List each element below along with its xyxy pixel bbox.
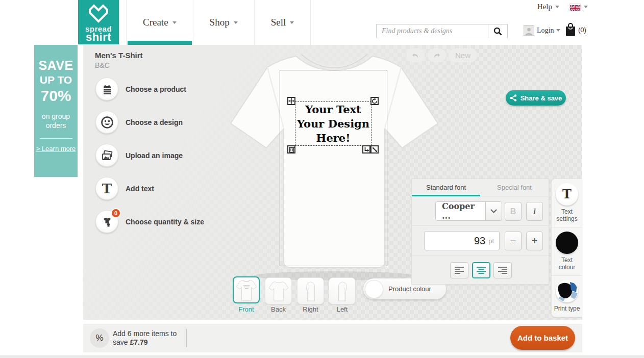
step-choose-design[interactable]: Choose a design	[95, 111, 183, 134]
chevron-down-icon	[556, 29, 560, 32]
view-thumb-left[interactable]	[329, 277, 356, 304]
top-header: spread shirt Create Shop Sell Help	[0, 0, 644, 45]
view-label-left[interactable]: Left	[329, 305, 356, 313]
new-design-button[interactable]: New	[449, 48, 477, 62]
product-stack-icon	[101, 83, 113, 95]
nav-item-sell[interactable]: Sell	[255, 0, 311, 45]
step-choose-product[interactable]: Choose a product	[95, 78, 186, 100]
tee-left-icon	[333, 281, 352, 301]
login-label: Login	[537, 27, 554, 35]
design-text-line1[interactable]: Your Text	[305, 103, 361, 117]
help-menu[interactable]: Help	[537, 3, 552, 11]
learn-more-link[interactable]: > Learn more	[36, 145, 76, 152]
move-handle[interactable]	[287, 97, 295, 105]
increase-size-button[interactable]: +	[526, 232, 543, 250]
share-save-button[interactable]: Share & save	[506, 90, 566, 106]
text-settings-panel: Standard font Special font Cooper ... B …	[411, 178, 549, 285]
resize-handle[interactable]	[370, 145, 379, 154]
login-menu[interactable]: Login	[524, 25, 560, 36]
decrease-size-button[interactable]: −	[505, 232, 522, 250]
view-thumb-front[interactable]	[233, 276, 260, 303]
promo-divider	[40, 138, 72, 139]
basket-menu[interactable]: (0)	[564, 22, 586, 37]
spreadshirt-logo[interactable]: spread shirt	[78, 0, 119, 44]
print-type-icon	[556, 280, 578, 302]
product-colour-label: Product colour	[388, 285, 431, 293]
promo-small: on grouporders	[34, 112, 78, 130]
align-center-button[interactable]	[472, 262, 490, 278]
chevron-down-icon	[290, 21, 294, 24]
text-settings-icon: T	[562, 188, 572, 200]
tab-standard-font[interactable]: Standard font	[412, 179, 480, 196]
font-size-input[interactable]	[434, 235, 485, 247]
italic-button[interactable]: I	[526, 202, 543, 221]
size-row: pt − +	[412, 226, 549, 255]
align-left-icon	[455, 267, 464, 274]
font-size-unit: pt	[488, 237, 494, 245]
font-row: Cooper ... B I	[412, 196, 549, 226]
product-title: Men's T-Shirt	[95, 51, 143, 60]
tshirts-icon	[101, 215, 114, 228]
step-choose-quantity-size[interactable]: 0 Choose quantity & size	[95, 210, 204, 233]
image-upload-icon	[101, 149, 113, 162]
align-right-icon	[498, 267, 507, 274]
align-left-button[interactable]	[450, 262, 468, 278]
page-bottom-edge	[0, 355, 644, 358]
font-tabs: Standard font Special font	[412, 179, 549, 196]
tee-front-icon	[235, 279, 258, 301]
step-upload-image[interactable]: Upload an image	[95, 144, 183, 167]
add-to-basket-button[interactable]: Add to basket	[510, 326, 575, 350]
nav-item-create[interactable]: Create	[126, 0, 193, 45]
diagonal-resize-icon	[372, 147, 378, 152]
font-select-chevron[interactable]	[485, 202, 502, 220]
view-thumb-back[interactable]	[265, 277, 292, 304]
shopping-bag-icon	[564, 22, 577, 37]
settings-rail: T Text settings Text colour Print type	[551, 178, 582, 317]
font-family-select[interactable]: Cooper ...	[435, 201, 502, 221]
rail-print-type[interactable]: Print type	[552, 276, 582, 317]
view-label-front[interactable]: Front	[233, 305, 260, 313]
share-icon	[510, 94, 517, 101]
align-right-button[interactable]	[493, 262, 512, 278]
font-family-value: Cooper ...	[436, 202, 485, 220]
promo-save: SAVE	[34, 58, 78, 73]
step-add-text[interactable]: T Add text	[95, 177, 154, 200]
user-avatar-icon	[524, 25, 534, 36]
rail-text-colour[interactable]: Text colour	[552, 227, 582, 276]
search-input[interactable]	[377, 24, 488, 38]
main-nav: Create Shop Sell	[126, 0, 311, 45]
percent-icon: %	[90, 328, 109, 348]
font-size-field[interactable]: pt	[424, 231, 500, 250]
logo-text-shirt: shirt	[78, 32, 119, 42]
nav-sell-label: Sell	[271, 17, 286, 28]
tee-back-icon	[268, 281, 289, 301]
text-icon: T	[102, 182, 112, 195]
align-center-icon	[477, 267, 486, 274]
uk-flag-icon[interactable]	[569, 4, 581, 11]
search-icon	[493, 27, 502, 36]
rail-text-settings[interactable]: T Text settings	[552, 179, 582, 227]
move-icon	[288, 98, 294, 104]
search-button[interactable]	[488, 24, 507, 38]
quantity-badge: 0	[111, 208, 121, 218]
search-box	[376, 24, 508, 38]
view-label-back[interactable]: Back	[265, 305, 292, 313]
text-selection-box[interactable]: Your Text Your Design Here!	[295, 101, 371, 146]
chevron-down-icon	[172, 21, 177, 24]
rotate-handle[interactable]	[370, 97, 379, 105]
view-thumb-right[interactable]	[297, 277, 324, 304]
chevron-down-icon	[490, 209, 497, 213]
design-text-line3[interactable]: Here!	[316, 131, 351, 145]
chevron-down-icon	[555, 6, 559, 8]
rotate-icon	[371, 98, 378, 104]
align-row	[412, 255, 549, 285]
view-label-right[interactable]: Right	[297, 305, 324, 313]
product-colour-swatch	[365, 280, 383, 298]
flip-handle[interactable]	[362, 145, 370, 154]
nav-item-shop[interactable]: Shop	[193, 0, 255, 45]
bold-button[interactable]: B	[505, 202, 522, 221]
design-text-line2[interactable]: Your Design	[297, 117, 369, 131]
basket-count: (0)	[578, 26, 586, 34]
tab-special-font[interactable]: Special font	[480, 179, 549, 196]
delete-handle[interactable]	[287, 145, 295, 154]
